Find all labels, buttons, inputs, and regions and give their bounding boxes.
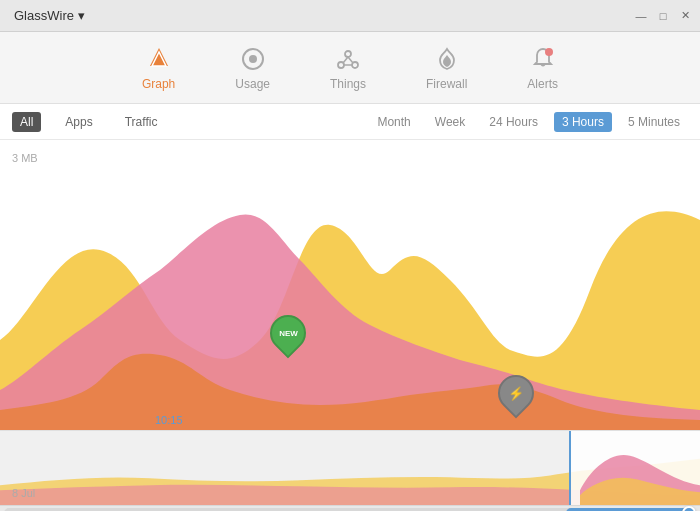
chart-y-label: 3 MB (12, 152, 38, 164)
tab-firewall[interactable]: Firewall (416, 37, 477, 99)
tab-firewall-label: Firewall (426, 77, 467, 91)
scrollbar-handle[interactable] (682, 506, 696, 511)
scrollbar-area[interactable] (0, 505, 700, 511)
time-week[interactable]: Week (427, 112, 473, 132)
svg-line-7 (343, 57, 348, 63)
maximize-button[interactable]: □ (656, 9, 670, 23)
chart-area: 3 MB NEW ⚡ 10:15 (0, 140, 700, 430)
tab-alerts-label: Alerts (527, 77, 558, 91)
chart-svg (0, 140, 700, 430)
window-controls: — □ ✕ (634, 9, 692, 23)
mini-chart-area[interactable]: 8 Jul (0, 430, 700, 505)
tab-usage-label: Usage (235, 77, 270, 91)
close-button[interactable]: ✕ (678, 9, 692, 23)
pin-new-label: NEW (279, 329, 298, 338)
title-bar: GlassWire ▾ — □ ✕ (0, 0, 700, 32)
app-menu[interactable]: GlassWire ▾ (8, 6, 91, 25)
svg-line-8 (348, 57, 353, 63)
time-month[interactable]: Month (369, 112, 418, 132)
usage-icon (239, 45, 267, 73)
menu-arrow: ▾ (78, 8, 85, 23)
tab-alerts[interactable]: Alerts (517, 37, 568, 99)
tab-graph[interactable]: Graph (132, 37, 185, 99)
chart-icon (145, 45, 173, 73)
filter-right: Month Week 24 Hours 3 Hours 5 Minutes (369, 112, 688, 132)
svg-point-3 (249, 55, 257, 63)
nav-tabs: Graph Usage Things (0, 32, 700, 104)
filter-bar: All Apps Traffic Month Week 24 Hours 3 H… (0, 104, 700, 140)
filter-left: All Apps Traffic (12, 112, 369, 132)
svg-point-10 (545, 48, 553, 56)
pin-tor[interactable]: ⚡ (498, 375, 534, 411)
pin-new[interactable]: NEW (270, 315, 306, 351)
tab-graph-label: Graph (142, 77, 175, 91)
time-3hours[interactable]: 3 Hours (554, 112, 612, 132)
app-name: GlassWire (14, 8, 74, 23)
things-icon (334, 45, 362, 73)
filter-apps[interactable]: Apps (57, 112, 100, 132)
mini-chart-svg (0, 431, 700, 505)
svg-point-4 (345, 51, 351, 57)
time-marker: 10:15 (155, 414, 183, 426)
tab-things[interactable]: Things (320, 37, 376, 99)
tab-usage[interactable]: Usage (225, 37, 280, 99)
time-24hours[interactable]: 24 Hours (481, 112, 546, 132)
filter-traffic[interactable]: Traffic (117, 112, 166, 132)
alerts-icon (529, 45, 557, 73)
pin-tor-icon: ⚡ (508, 386, 524, 401)
time-5minutes[interactable]: 5 Minutes (620, 112, 688, 132)
mini-date-label: 8 Jul (12, 487, 35, 499)
firewall-icon (433, 45, 461, 73)
tab-things-label: Things (330, 77, 366, 91)
filter-all[interactable]: All (12, 112, 41, 132)
minimize-button[interactable]: — (634, 9, 648, 23)
